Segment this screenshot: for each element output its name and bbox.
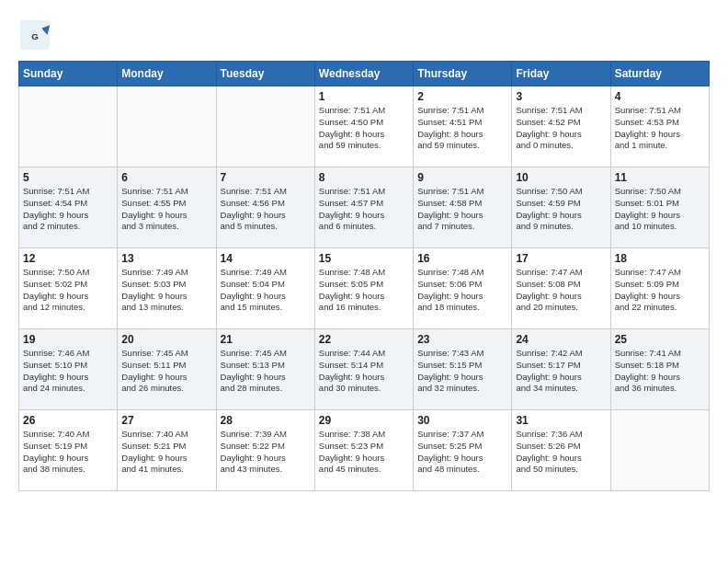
cell-day-number: 27: [121, 414, 211, 427]
cell-day-info: Sunrise: 7:51 AM Sunset: 4:55 PM Dayligh…: [121, 186, 211, 233]
cell-day-info: Sunrise: 7:51 AM Sunset: 4:56 PM Dayligh…: [221, 186, 311, 233]
cell-day-number: 20: [121, 333, 211, 346]
weekday-header-friday: Friday: [512, 62, 610, 86]
cell-day-info: Sunrise: 7:51 AM Sunset: 4:51 PM Dayligh…: [417, 105, 507, 152]
cell-day-info: Sunrise: 7:36 AM Sunset: 5:26 PM Dayligh…: [516, 429, 606, 476]
cell-day-info: Sunrise: 7:48 AM Sunset: 5:06 PM Dayligh…: [417, 267, 507, 314]
calendar-cell: 21Sunrise: 7:45 AM Sunset: 5:13 PM Dayli…: [216, 329, 314, 410]
cell-day-number: 22: [319, 333, 409, 346]
svg-text:G: G: [31, 31, 39, 41]
cell-day-number: 6: [121, 171, 211, 184]
calendar-cell: 22Sunrise: 7:44 AM Sunset: 5:14 PM Dayli…: [314, 329, 413, 410]
weekday-header-wednesday: Wednesday: [314, 62, 413, 86]
cell-day-info: Sunrise: 7:51 AM Sunset: 4:53 PM Dayligh…: [615, 105, 705, 152]
weekday-header-thursday: Thursday: [414, 62, 512, 86]
cell-day-number: 25: [615, 333, 705, 346]
cell-day-info: Sunrise: 7:40 AM Sunset: 5:19 PM Dayligh…: [23, 429, 113, 476]
calendar-week-1: 1Sunrise: 7:51 AM Sunset: 4:50 PM Daylig…: [19, 86, 710, 167]
cell-day-info: Sunrise: 7:48 AM Sunset: 5:05 PM Dayligh…: [319, 267, 409, 314]
calendar-cell: 5Sunrise: 7:51 AM Sunset: 4:54 PM Daylig…: [19, 167, 118, 248]
calendar-cell: 4Sunrise: 7:51 AM Sunset: 4:53 PM Daylig…: [610, 86, 709, 167]
weekday-header-sunday: Sunday: [19, 62, 118, 86]
cell-day-number: 10: [516, 171, 606, 184]
cell-day-number: 23: [417, 333, 507, 346]
cell-day-number: 5: [23, 171, 113, 184]
cell-day-number: 9: [417, 171, 507, 184]
calendar-week-4: 19Sunrise: 7:46 AM Sunset: 5:10 PM Dayli…: [19, 329, 710, 410]
cell-day-number: 19: [23, 333, 113, 346]
cell-day-info: Sunrise: 7:49 AM Sunset: 5:03 PM Dayligh…: [121, 267, 211, 314]
cell-day-info: Sunrise: 7:50 AM Sunset: 4:59 PM Dayligh…: [516, 186, 606, 233]
calendar-cell: 3Sunrise: 7:51 AM Sunset: 4:52 PM Daylig…: [512, 86, 610, 167]
calendar-week-5: 26Sunrise: 7:40 AM Sunset: 5:19 PM Dayli…: [19, 410, 710, 491]
calendar-cell: [216, 86, 314, 167]
logo: G: [18, 18, 57, 52]
calendar-cell: 26Sunrise: 7:40 AM Sunset: 5:19 PM Dayli…: [19, 410, 118, 491]
calendar-cell: 12Sunrise: 7:50 AM Sunset: 5:02 PM Dayli…: [19, 248, 118, 329]
cell-day-number: 26: [23, 414, 113, 427]
cell-day-number: 8: [319, 171, 409, 184]
cell-day-info: Sunrise: 7:47 AM Sunset: 5:09 PM Dayligh…: [615, 267, 705, 314]
calendar-cell: 17Sunrise: 7:47 AM Sunset: 5:08 PM Dayli…: [512, 248, 610, 329]
calendar-cell: 9Sunrise: 7:51 AM Sunset: 4:58 PM Daylig…: [414, 167, 512, 248]
page-header: G: [18, 18, 710, 52]
cell-day-number: 29: [319, 414, 409, 427]
calendar-cell: 29Sunrise: 7:38 AM Sunset: 5:23 PM Dayli…: [314, 410, 413, 491]
calendar-cell: 6Sunrise: 7:51 AM Sunset: 4:55 PM Daylig…: [118, 167, 216, 248]
calendar-cell: 18Sunrise: 7:47 AM Sunset: 5:09 PM Dayli…: [610, 248, 709, 329]
cell-day-info: Sunrise: 7:39 AM Sunset: 5:22 PM Dayligh…: [221, 429, 311, 476]
cell-day-info: Sunrise: 7:43 AM Sunset: 5:15 PM Dayligh…: [417, 348, 507, 395]
cell-day-number: 18: [615, 252, 705, 265]
cell-day-info: Sunrise: 7:45 AM Sunset: 5:11 PM Dayligh…: [121, 348, 211, 395]
calendar-cell: 28Sunrise: 7:39 AM Sunset: 5:22 PM Dayli…: [216, 410, 314, 491]
weekday-header-saturday: Saturday: [610, 62, 709, 86]
cell-day-number: 15: [319, 252, 409, 265]
calendar-table: SundayMondayTuesdayWednesdayThursdayFrid…: [18, 61, 710, 491]
cell-day-number: 4: [615, 90, 705, 103]
cell-day-number: 14: [221, 252, 311, 265]
calendar-cell: 19Sunrise: 7:46 AM Sunset: 5:10 PM Dayli…: [19, 329, 118, 410]
calendar-cell: 25Sunrise: 7:41 AM Sunset: 5:18 PM Dayli…: [610, 329, 709, 410]
cell-day-info: Sunrise: 7:45 AM Sunset: 5:13 PM Dayligh…: [221, 348, 311, 395]
cell-day-info: Sunrise: 7:50 AM Sunset: 5:02 PM Dayligh…: [23, 267, 113, 314]
cell-day-info: Sunrise: 7:51 AM Sunset: 4:57 PM Dayligh…: [319, 186, 409, 233]
cell-day-info: Sunrise: 7:44 AM Sunset: 5:14 PM Dayligh…: [319, 348, 409, 395]
calendar-cell: 27Sunrise: 7:40 AM Sunset: 5:21 PM Dayli…: [118, 410, 216, 491]
calendar-cell: 7Sunrise: 7:51 AM Sunset: 4:56 PM Daylig…: [216, 167, 314, 248]
cell-day-number: 7: [221, 171, 311, 184]
cell-day-number: 12: [23, 252, 113, 265]
calendar-week-3: 12Sunrise: 7:50 AM Sunset: 5:02 PM Dayli…: [19, 248, 710, 329]
calendar-cell: 14Sunrise: 7:49 AM Sunset: 5:04 PM Dayli…: [216, 248, 314, 329]
cell-day-number: 31: [516, 414, 606, 427]
calendar-cell: 20Sunrise: 7:45 AM Sunset: 5:11 PM Dayli…: [118, 329, 216, 410]
cell-day-number: 30: [417, 414, 507, 427]
cell-day-number: 21: [221, 333, 311, 346]
cell-day-info: Sunrise: 7:51 AM Sunset: 4:52 PM Dayligh…: [516, 105, 606, 152]
cell-day-number: 2: [417, 90, 507, 103]
cell-day-number: 11: [615, 171, 705, 184]
calendar-cell: [118, 86, 216, 167]
cell-day-info: Sunrise: 7:37 AM Sunset: 5:25 PM Dayligh…: [417, 429, 507, 476]
cell-day-info: Sunrise: 7:50 AM Sunset: 5:01 PM Dayligh…: [615, 186, 705, 233]
cell-day-info: Sunrise: 7:41 AM Sunset: 5:18 PM Dayligh…: [615, 348, 705, 395]
cell-day-info: Sunrise: 7:51 AM Sunset: 4:50 PM Dayligh…: [319, 105, 409, 152]
cell-day-info: Sunrise: 7:49 AM Sunset: 5:04 PM Dayligh…: [221, 267, 311, 314]
calendar-cell: 1Sunrise: 7:51 AM Sunset: 4:50 PM Daylig…: [314, 86, 413, 167]
calendar-cell: [19, 86, 118, 167]
calendar-cell: 30Sunrise: 7:37 AM Sunset: 5:25 PM Dayli…: [414, 410, 512, 491]
cell-day-number: 1: [319, 90, 409, 103]
weekday-header-row: SundayMondayTuesdayWednesdayThursdayFrid…: [19, 62, 710, 86]
weekday-header-monday: Monday: [118, 62, 216, 86]
calendar-cell: 13Sunrise: 7:49 AM Sunset: 5:03 PM Dayli…: [118, 248, 216, 329]
calendar-cell: 11Sunrise: 7:50 AM Sunset: 5:01 PM Dayli…: [610, 167, 709, 248]
cell-day-info: Sunrise: 7:40 AM Sunset: 5:21 PM Dayligh…: [121, 429, 211, 476]
cell-day-info: Sunrise: 7:38 AM Sunset: 5:23 PM Dayligh…: [319, 429, 409, 476]
cell-day-info: Sunrise: 7:46 AM Sunset: 5:10 PM Dayligh…: [23, 348, 113, 395]
cell-day-number: 17: [516, 252, 606, 265]
weekday-header-tuesday: Tuesday: [216, 62, 314, 86]
cell-day-info: Sunrise: 7:51 AM Sunset: 4:54 PM Dayligh…: [23, 186, 113, 233]
calendar-cell: 16Sunrise: 7:48 AM Sunset: 5:06 PM Dayli…: [414, 248, 512, 329]
cell-day-info: Sunrise: 7:51 AM Sunset: 4:58 PM Dayligh…: [417, 186, 507, 233]
logo-icon: G: [18, 18, 51, 52]
cell-day-number: 13: [121, 252, 211, 265]
